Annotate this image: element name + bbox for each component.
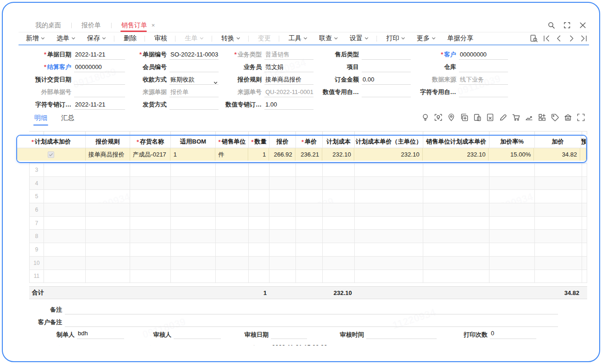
field-input[interactable] [169,62,219,72]
grid-cell[interactable] [535,230,582,243]
customer-remark-input[interactable] [65,318,558,327]
grid-cell[interactable] [355,203,423,216]
grid-cell[interactable] [296,163,323,176]
grid-cell[interactable] [44,270,86,283]
field-input[interactable]: QU-2022-11-0001 [264,87,314,97]
grid-cell[interactable] [535,217,582,230]
grid-empty-row[interactable]: 6 [29,203,587,217]
grid-cell[interactable] [44,177,86,190]
remark-input[interactable] [65,305,558,314]
grid-cell[interactable] [296,203,323,216]
grid-cell[interactable] [296,270,323,283]
grid-empty-row[interactable]: 10 [29,257,587,270]
grid-cell[interactable] [171,243,216,256]
meta-input[interactable] [174,343,221,345]
grid-cell[interactable] [270,243,296,256]
field-input[interactable]: 接单商品报价 [264,75,314,85]
grid-cell[interactable] [216,177,249,190]
grid-cell[interactable]: 产成品-0217 [130,148,171,161]
grid-cell[interactable] [423,163,489,176]
field-input[interactable]: 账期收款 [169,75,219,85]
grid-cell[interactable] [130,217,171,230]
grid-cell[interactable] [171,203,216,216]
doc-delete-icon[interactable] [486,113,495,122]
grid-cell[interactable] [86,243,130,256]
grid-cell[interactable] [296,190,323,203]
grid-cell[interactable] [86,217,130,230]
toolbar-button[interactable]: 审核 [154,34,167,43]
grid-cell[interactable]: 34.82 [534,148,580,161]
grid-cell[interactable] [323,203,355,216]
grid-column-header[interactable]: *存货名称 [130,136,171,148]
grid-cell[interactable] [171,270,216,283]
grid-cell[interactable] [582,270,587,283]
grid-cell[interactable] [130,190,171,203]
grid-cell[interactable] [423,270,489,283]
grid-cell[interactable] [535,243,582,256]
grid-cell[interactable] [489,177,535,190]
field-input[interactable] [169,100,219,110]
close-icon[interactable] [579,21,587,30]
grid-cell[interactable] [216,230,249,243]
grid-cell[interactable] [249,163,270,176]
grid-empty-row[interactable]: 4 [29,177,587,190]
grid-cell[interactable] [216,217,249,230]
grid-cell[interactable] [44,163,86,176]
grid-cell[interactable]: 接单商品报价 [86,148,130,161]
grid-column-header[interactable]: 加价率% [489,136,535,148]
grid-cell[interactable] [423,243,489,256]
first-page-icon[interactable] [542,34,551,43]
grid-empty-row[interactable]: 11 [29,270,587,283]
grid-cell[interactable]: 232.10 [423,148,489,161]
grid-cell[interactable] [355,270,423,283]
grid-cell[interactable] [323,163,355,176]
grid-column-header[interactable]: *销售单位 [216,136,249,148]
preview-icon[interactable] [530,34,538,43]
grid-cell[interactable] [423,203,489,216]
grid-cell[interactable] [249,203,270,216]
grid-cell[interactable] [44,257,86,270]
grid-cell[interactable] [270,190,296,203]
grid-cell[interactable] [355,230,423,243]
grid-cell[interactable] [323,190,355,203]
tab-close-icon[interactable]: × [151,22,155,29]
next-page-icon[interactable] [567,34,576,43]
grid-cell[interactable] [489,217,535,230]
grid-cell[interactable] [270,177,296,190]
grid-column-header[interactable]: *计划成本加价 [17,136,86,148]
grid-cell[interactable] [423,230,489,243]
grid-cell[interactable] [296,217,323,230]
grid-cell[interactable] [249,190,270,203]
field-input[interactable]: 0.00 [362,75,411,85]
grid-cell[interactable] [130,177,171,190]
field-input[interactable] [74,87,125,97]
grid-cell[interactable] [130,257,171,270]
tag-icon[interactable] [551,113,559,122]
copy-add-icon[interactable] [460,113,469,122]
grid-cell[interactable] [86,190,130,203]
field-input[interactable]: 报价单 [169,87,219,97]
grid-cell[interactable] [270,203,296,216]
grid-cell[interactable] [216,257,249,270]
field-input[interactable]: 范文娟 [264,62,314,72]
checkbox-checked-icon[interactable] [48,151,54,158]
grid-cell[interactable] [270,163,296,176]
grid-cell[interactable] [296,243,323,256]
prev-page-icon[interactable] [555,34,563,43]
grid-cell[interactable] [355,217,423,230]
field-input[interactable] [459,87,508,97]
field-input[interactable] [74,75,125,85]
toolbar-button[interactable]: 单据分享 [447,34,473,43]
grid-cell[interactable] [423,190,489,203]
grid-cell[interactable] [130,270,171,283]
grid-cell[interactable]: 15.00% [489,148,534,161]
grid-cell[interactable] [249,270,270,283]
grid-cell[interactable] [489,203,535,216]
grid-cell[interactable] [582,163,587,176]
fullscreen-icon[interactable] [563,21,571,30]
paste-icon[interactable] [473,113,482,122]
grid-cell[interactable] [216,163,249,176]
modules-icon[interactable] [538,113,546,122]
grid-cell[interactable] [582,177,587,190]
last-page-icon[interactable] [580,34,588,43]
